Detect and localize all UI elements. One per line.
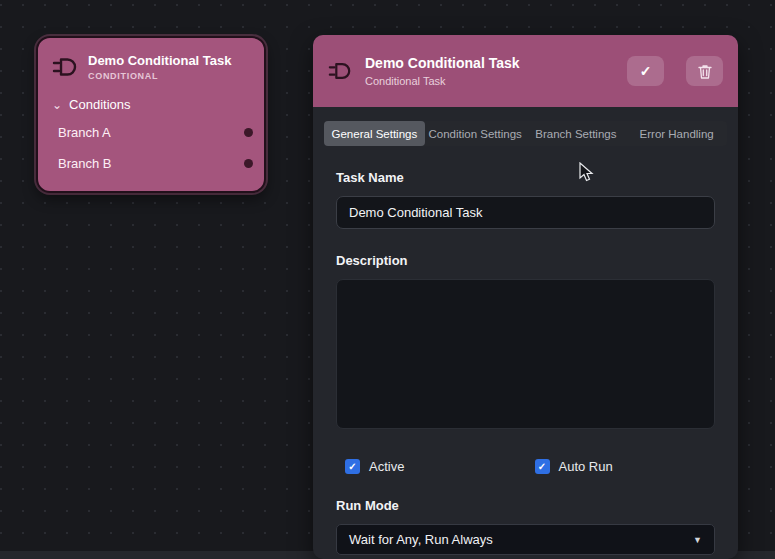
- chevron-down-icon: ⌄: [52, 100, 62, 110]
- branch-a-label: Branch A: [58, 125, 111, 140]
- checkbox-row: ✓ Active ✓ Auto Run: [336, 459, 715, 474]
- node-titles: Demo Conditional Task CONDITIONAL: [88, 53, 232, 81]
- trash-icon: [698, 64, 712, 79]
- conditional-icon: [328, 59, 352, 83]
- delete-button[interactable]: [686, 56, 723, 86]
- description-textarea[interactable]: [336, 279, 715, 429]
- node-title: Demo Conditional Task: [88, 53, 232, 68]
- active-label: Active: [369, 459, 404, 474]
- tab-condition-settings[interactable]: Condition Settings: [425, 121, 526, 146]
- conditions-label: Conditions: [69, 97, 130, 112]
- branch-b-port[interactable]: [244, 159, 253, 168]
- branch-a-port[interactable]: [244, 128, 253, 137]
- panel-body: Task Name Description ✓ Active ✓ Auto Ru…: [313, 170, 738, 555]
- checkbox-check-icon: ✓: [538, 461, 546, 472]
- panel-title: Demo Conditional Task: [365, 55, 605, 71]
- tab-general-settings[interactable]: General Settings: [324, 121, 425, 146]
- task-name-label: Task Name: [336, 170, 715, 185]
- settings-tabbar: General Settings Condition Settings Bran…: [324, 121, 727, 146]
- task-settings-panel: Demo Conditional Task Conditional Task ✓…: [313, 35, 738, 559]
- panel-titles: Demo Conditional Task Conditional Task: [365, 55, 605, 87]
- dropdown-caret-icon: ▼: [693, 535, 702, 545]
- run-mode-value: Wait for Any, Run Always: [349, 532, 493, 547]
- branch-row-a[interactable]: Branch A: [38, 117, 264, 148]
- tab-error-handling[interactable]: Error Handling: [626, 121, 727, 146]
- auto-run-label: Auto Run: [559, 459, 613, 474]
- active-checkbox-item[interactable]: ✓ Active: [336, 459, 526, 474]
- run-mode-label: Run Mode: [336, 498, 715, 513]
- description-label: Description: [336, 253, 715, 268]
- node-subtitle: CONDITIONAL: [88, 71, 232, 81]
- active-checkbox[interactable]: ✓: [345, 459, 360, 474]
- panel-subtitle: Conditional Task: [365, 75, 605, 87]
- check-icon: ✓: [640, 63, 652, 79]
- conditional-icon: [52, 54, 78, 80]
- conditional-task-node[interactable]: Demo Conditional Task CONDITIONAL ⌄ Cond…: [36, 36, 266, 193]
- run-mode-select[interactable]: Wait for Any, Run Always ▼: [336, 524, 715, 555]
- auto-run-checkbox-item[interactable]: ✓ Auto Run: [526, 459, 716, 474]
- auto-run-checkbox[interactable]: ✓: [535, 459, 550, 474]
- branch-b-label: Branch B: [58, 156, 111, 171]
- branch-row-b[interactable]: Branch B: [38, 148, 264, 179]
- tab-branch-settings[interactable]: Branch Settings: [526, 121, 627, 146]
- confirm-button[interactable]: ✓: [627, 56, 664, 86]
- task-name-input[interactable]: [336, 196, 715, 229]
- panel-header: Demo Conditional Task Conditional Task ✓: [313, 35, 738, 107]
- node-header: Demo Conditional Task CONDITIONAL: [38, 38, 264, 91]
- checkbox-check-icon: ✓: [348, 461, 356, 472]
- conditions-section-toggle[interactable]: ⌄ Conditions: [38, 91, 264, 117]
